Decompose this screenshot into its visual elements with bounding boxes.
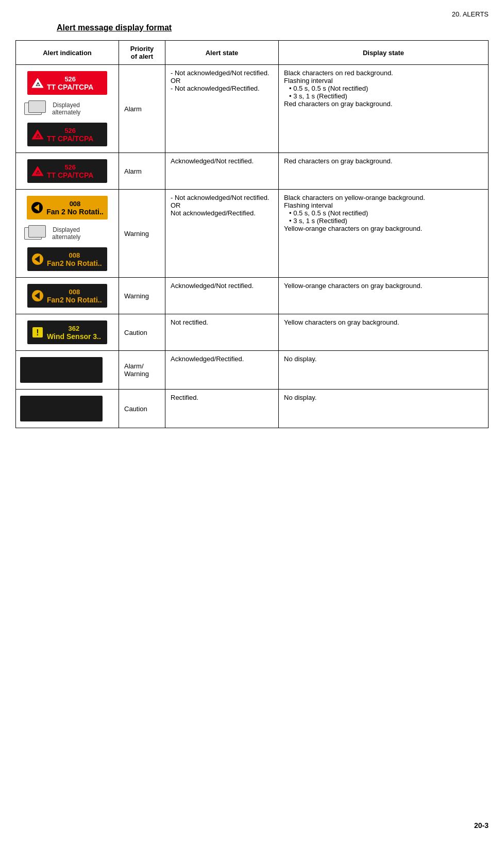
state-cell: Rectified. [165, 390, 279, 428]
indication-cell: 008 Fan 2 No Rotati.. Displayedalternate… [16, 190, 119, 278]
page-number-top: 20. ALERTS [15, 10, 489, 18]
priority-cell: Alarm [119, 153, 165, 190]
display-cell: Yellow characters on gray background. [279, 314, 489, 351]
priority-cell: Caution [119, 314, 165, 351]
indication-cell [16, 390, 119, 428]
svg-rect-5 [29, 101, 45, 112]
alert-format-table: Alert indication Priorityof alert Alert … [15, 40, 489, 428]
table-row: ⚠ 526 TT CPA/TCPA AlarmAcknowledged/Not … [16, 153, 489, 190]
svg-text:!: ! [36, 328, 39, 337]
display-cell: No display. [279, 390, 489, 428]
state-cell: Not rectified. [165, 314, 279, 351]
indication-cell: ⚠ 526 TT CPA/TCPA Displayedalternately ⚠… [16, 65, 119, 153]
header-display: Display state [279, 41, 489, 65]
svg-text:⚠: ⚠ [36, 81, 40, 87]
state-cell: Acknowledged/Not rectified. [165, 278, 279, 314]
display-cell: Yellow-orange characters on gray backgro… [279, 278, 489, 314]
header-state: Alert state [165, 41, 279, 65]
state-cell: Acknowledged/Not rectified. [165, 153, 279, 190]
state-cell: - Not acknowledged/Not rectified.OR- Not… [165, 65, 279, 153]
priority-cell: Alarm/Warning [119, 351, 165, 390]
header-indication: Alert indication [16, 41, 119, 65]
priority-cell: Alarm [119, 65, 165, 153]
priority-cell: Warning [119, 278, 165, 314]
header-priority: Priorityof alert [119, 41, 165, 65]
indication-cell: ! 362 Wind Sensor 3.. [16, 314, 119, 351]
svg-text:⚠: ⚠ [36, 133, 40, 139]
svg-rect-15 [29, 226, 45, 237]
indication-cell: 008 Fan2 No Rotati.. [16, 278, 119, 314]
display-cell: No display. [279, 351, 489, 390]
table-row: Alarm/WarningAcknowledged/Rectified.No d… [16, 351, 489, 390]
indication-cell: ⚠ 526 TT CPA/TCPA [16, 153, 119, 190]
page-title: Alert message display format [57, 23, 489, 32]
priority-cell: Warning [119, 190, 165, 278]
table-row: 008 Fan 2 No Rotati.. Displayedalternate… [16, 190, 489, 278]
table-row: ! 362 Wind Sensor 3.. CautionNot rectifi… [16, 314, 489, 351]
table-row: ⚠ 526 TT CPA/TCPA Displayedalternately ⚠… [16, 65, 489, 153]
indication-cell [16, 351, 119, 390]
state-cell: - Not acknowledged/Not rectified.ORNot a… [165, 190, 279, 278]
display-cell: Red characters on gray background. [279, 153, 489, 190]
priority-cell: Caution [119, 390, 165, 428]
display-cell: Black characters on red background.Flash… [279, 65, 489, 153]
state-cell: Acknowledged/Rectified. [165, 351, 279, 390]
table-row: CautionRectified.No display. [16, 390, 489, 428]
svg-text:⚠: ⚠ [36, 170, 40, 175]
page-number-bottom: 20-3 [474, 821, 489, 830]
table-row: 008 Fan2 No Rotati.. WarningAcknowledged… [16, 278, 489, 314]
display-cell: Black characters on yellow-orange backgr… [279, 190, 489, 278]
